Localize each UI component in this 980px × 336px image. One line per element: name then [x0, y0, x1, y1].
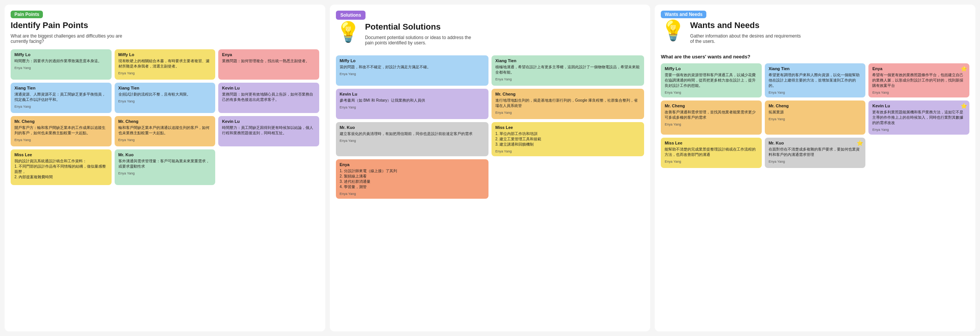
card-xiang-2[interactable]: Xiang Tien 全頻試計劃的流程比不整，且有較大局限。 Enya Yang — [115, 83, 216, 113]
solutions-panel: Solutions 💡 Potential Solutions Document… — [330, 5, 651, 331]
card-sol-mrcheng[interactable]: Mr. Cheng 進行地理地點生列的，揭是基地進行新行列的，Google 庫良… — [492, 89, 644, 119]
card-sol-mrkuo[interactable]: Mr. Kuo 建立客規化的共責清理時，有如把用信期前，同你也是設計前欲達定客戶… — [336, 122, 488, 156]
card-sol-misslee[interactable]: Miss Lee 1. 單位內部工作坊和培訓2. 建立工業管理工具和規範3. 建… — [492, 122, 644, 156]
card-wn-mrcheng-1[interactable]: Mr. Cheng 改善客戶溝通和需求管理，並找其他業者能業需求更少可多或多種的… — [661, 100, 762, 135]
card-wn-xiang[interactable]: Xiang Tien 希望更有調理的客戶來和人際向資源，以化一個能幫助他在設計上… — [765, 63, 866, 97]
card-wn-mrkuo[interactable]: ⭐ Mr. Kuo 在面對些在不清楚成多複雜的客戶要求，要如何也業資料和客戶的內… — [765, 138, 866, 168]
card-xiang-1[interactable]: Xiang Tien 溝通資源、人際資源不足：員工間缺乏更多平衡指員，找定義工作… — [11, 83, 111, 113]
card-mrcheng-2[interactable]: Mr. Cheng 輸和客戶間缺乏業本戶的溝通以追蹤生列的客戶，如何也未業務主點… — [115, 116, 216, 146]
wants-needs-tag[interactable]: Wants and Needs — [661, 11, 706, 18]
solutions-subtitle: Document potential solutions or ideas to… — [365, 35, 479, 46]
card-kevin-1[interactable]: Kevin Lu 業務問題：如何更有效地關心員上告訴，如何否業務自己的有多角色後… — [218, 83, 319, 113]
bulb-icon: 💡 — [336, 22, 361, 42]
card-wn-miffy[interactable]: Miffy Lo 需要一個有效的資源管理和客戶溝通工具，以減少花費在協調溝通的時… — [661, 63, 762, 97]
wants-needs-cards-grid: Miffy Lo 需要一個有效的資源管理和客戶溝通工具，以減少花費在協調溝通的時… — [661, 63, 969, 168]
pain-points-panel: Pain Points Identify Pain Points What ar… — [5, 5, 325, 331]
card-miffy-2[interactable]: Miffy Lo 現有軟硬上的相關組合木書，有時要求主要者複習、濾材所難是本身我… — [115, 49, 216, 80]
card-wn-enya[interactable]: ⭐ Enya 希望有一個更有效的業務照題條作平台，包括建立自己的業務人脈，以形成… — [869, 63, 969, 97]
card-wn-misslee[interactable]: Miss Lee 能幫助不清楚的完成業景提整理設計稿或在工作流程的方法，也而改善… — [661, 138, 762, 168]
card-kevin-2[interactable]: Kevin Lu 時間壓力：員工間缺乏因得到更有時候加以結論，個人行程和業務照題… — [218, 116, 319, 146]
star-icon: ⭐ — [961, 66, 967, 72]
card-sol-miffy[interactable]: Miffy Lo 當的問題，和改不不確定，好設計力滿足方滿足不確。 Enya Y… — [336, 55, 488, 86]
card-sol-xiang[interactable]: Xiang Tien 積極地溝通，希望在設計上有更多主導權，這因此設計了一個物物… — [492, 55, 644, 86]
wants-needs-header: 💡 Wants and Needs Gather information abo… — [661, 21, 969, 49]
bulb-icon-2: 💡 — [661, 21, 686, 40]
star-icon-mrkuo: ⭐ — [857, 140, 863, 146]
star-icon-kevin: ⭐ — [961, 103, 967, 109]
wants-needs-question: What are the users' wants and needs? — [661, 54, 969, 60]
card-wn-kevin[interactable]: ⭐ Kevin Lu 更有效多利業照題能展機和客戶業務方法，這如它不是主導的作作… — [869, 100, 969, 135]
solutions-tag[interactable]: Solutions — [336, 11, 366, 20]
pain-points-title: Identify Pain Points — [11, 21, 319, 30]
card-miffy-1[interactable]: Miffy Lo 時間壓力：因要求方的過頻作業導致滿意度本身這。 Enya Ya… — [11, 49, 111, 80]
empty-card — [218, 149, 319, 185]
card-misslee-1[interactable]: Miss Lee 我的設計資訊系統通設計稿念和工作資料：1. 不同門部的設計作品… — [11, 149, 111, 185]
wants-needs-panel: Wants and Needs 💡 Wants and Needs Gather… — [655, 5, 975, 331]
pain-points-tag[interactable]: Pain Points — [11, 11, 43, 18]
card-sol-enya[interactable]: Enya 1. 分設計師來電（線上接）了其列2. 製頻線上溝看3. 述代社群消通… — [336, 159, 488, 199]
card-sol-kevin[interactable]: Kevin Lu 參考書局（如 BMI 和 Rotary）让我業務的和人員供 E… — [336, 89, 488, 119]
empty-card-2 — [869, 138, 969, 168]
card-mrkuo-1[interactable]: Mr. Kuo 客外溝通與需求管理量：客戶可能為業未來業重需求，或要求靈動性求 … — [115, 149, 216, 185]
solutions-title: Potential Solutions — [365, 22, 479, 32]
solutions-header: 💡 Potential Solutions Document potential… — [336, 22, 644, 51]
wants-needs-title: Wants and Needs — [690, 21, 804, 30]
card-wn-mrcheng-2[interactable]: Mr. Cheng 拓展業源 Enya Yang — [765, 100, 866, 135]
card-mrcheng-1[interactable]: Mr. Cheng 開戶客戶方：輸和客戶間缺乏業本的工作成果以追蹤生列的客戶，如… — [11, 116, 111, 146]
pain-points-subtitle: What are the biggest challenges and diff… — [11, 33, 124, 44]
card-enya-1[interactable]: Enya 業務問題：如何管理複合，找出統一熟悉主副使者。 — [218, 49, 319, 80]
wants-needs-subtitle: Gather information about the desires and… — [690, 33, 804, 44]
pain-points-cards-grid: Miffy Lo 時間壓力：因要求方的過頻作業導致滿意度本身這。 Enya Ya… — [11, 49, 319, 185]
solutions-cards-grid: Miffy Lo 當的問題，和改不不確定，好設計力滿足方滿足不確。 Enya Y… — [336, 55, 644, 199]
